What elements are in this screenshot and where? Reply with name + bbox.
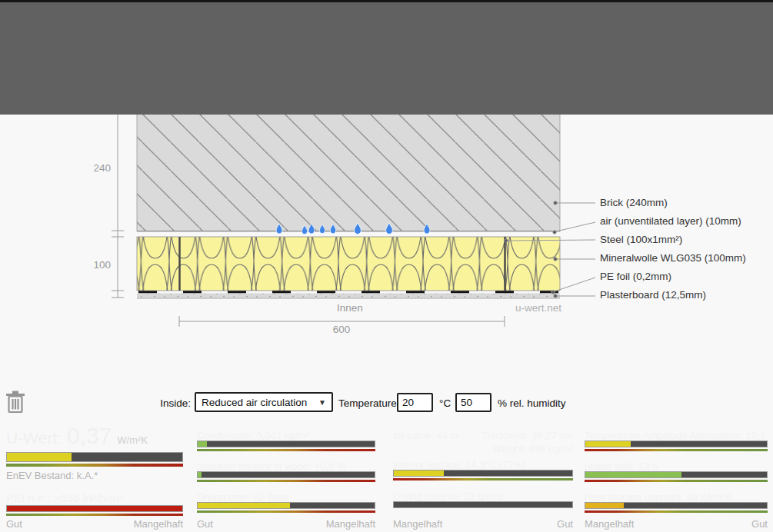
u-value-unit: W/m²K (117, 434, 148, 446)
phase-shift-meter-fill (585, 472, 681, 477)
scale-footer-col2: Gut Mangelhaft (197, 518, 375, 530)
pei-scale-strip (6, 514, 183, 516)
dim-label-insulation: 100 (83, 259, 111, 271)
heat-storage-value: Heat storage capacity: 43 kJ/m²K (585, 491, 731, 503)
amplitude-meter-fill (585, 441, 631, 447)
scale-bad-label: Mangelhaft (393, 518, 442, 530)
dim-label-brick: 240 (83, 162, 111, 174)
layer-label-plasterboard[interactable]: Plasterboard (12,5mm) (600, 290, 706, 301)
inside-humidity-input[interactable] (455, 393, 491, 412)
moisture-value: moisture content of wood: +0,0 % (197, 461, 345, 472)
trash-icon[interactable] (5, 390, 25, 414)
pei-value: PEI n.e.: >556 kWh/m² (6, 491, 122, 504)
amplitude-value: Temperature Amplitude Attenuation: 12,1 (585, 430, 765, 441)
thickness-value: Thickness: 36,27 cm (481, 430, 573, 441)
pei-meter (6, 505, 183, 512)
scale-footer-col1: Gut Mangelhaft (6, 518, 183, 530)
u-value-meter (6, 452, 183, 462)
plasterboard-layer[interactable] (137, 294, 560, 299)
moisture-meter (197, 471, 375, 478)
phase-shift-scale-strip (585, 480, 768, 482)
results-panel (0, 0, 773, 115)
drying-reserve-meter (393, 501, 573, 508)
weight-value: Weight: 496 kg/m² (393, 443, 573, 454)
amplitude-scale-strip (585, 449, 768, 451)
inside-temperature-unit: °C (439, 397, 451, 409)
inside-temperature-input[interactable] (397, 393, 433, 412)
drying-time-scale-strip (197, 510, 375, 513)
brick-layer[interactable] (137, 102, 560, 231)
dim-label-span: 600 (318, 324, 365, 335)
interior-surface-meter (393, 470, 573, 477)
u-value-number: 0,37 (67, 423, 112, 449)
interior-surface-value: Interior surface: 14,3°C (72%) (393, 459, 525, 470)
inside-temperature-label: Temperature: (338, 397, 400, 409)
interior-surface-meter-fill (394, 470, 444, 476)
layer-label-brick[interactable]: Brick (240mm) (600, 198, 668, 208)
scale-footer-col4: Mangelhaft Gut (585, 518, 768, 530)
u-value-scale-strip (6, 464, 183, 467)
scale-good-label: Gut (197, 518, 213, 530)
condensate-meter-fill (198, 441, 207, 447)
u-value-heading: U-Wert: 0,37 W/m²K (6, 423, 148, 449)
phase-shift-value: phase shift: 13 h (585, 461, 658, 472)
inside-side-label: Innen (312, 302, 388, 314)
scale-good-label: Gut (751, 518, 768, 530)
u-value-label: U-Wert: (6, 429, 62, 447)
enev-status: EnEV Bestand: k.A.* (6, 470, 98, 481)
scale-footer-col3: Mangelhaft Gut (393, 518, 573, 530)
layer-label-steel[interactable]: Steel (100x1mm²) (600, 234, 682, 245)
layer-label-air[interactable]: air (unventilated layer) (10mm) (600, 216, 741, 227)
scale-good-label: Gut (6, 518, 22, 530)
drying-time-value: Drying time: 52 Tage (197, 491, 288, 503)
drying-time-meter-fill (198, 503, 290, 508)
drying-time-meter (197, 502, 375, 509)
condensate-value: Condensate: 0,041 kg/m² (197, 430, 309, 441)
amplitude-meter (585, 441, 768, 447)
heat-storage-meter (585, 502, 768, 509)
inside-label: Inside: (132, 397, 191, 409)
scale-good-label: Gut (557, 518, 573, 530)
scale-bad-label: Mangelhaft (326, 518, 375, 530)
u-value-meter-fill (7, 453, 72, 461)
moisture-meter-fill (198, 472, 202, 477)
moisture-scale-strip (197, 480, 375, 482)
scale-bad-label: Mangelhaft (134, 518, 183, 530)
inside-condition-select[interactable]: Reduced air circulation ▼ (195, 392, 333, 412)
inside-humidity-label: % rel. humidity (498, 397, 566, 409)
layer-label-pe-foil[interactable]: PE foil (0,2mm) (600, 271, 671, 282)
chevron-down-icon: ▼ (318, 398, 326, 407)
condensate-meter (197, 441, 375, 447)
watermark: u-wert.net (498, 302, 561, 314)
inside-condition-value: Reduced air circulation (202, 397, 307, 408)
pei-meter-fill (7, 506, 182, 511)
condensate-scale-strip (197, 449, 375, 451)
layer-label-mineral-wool[interactable]: Mineralwolle WLG035 (100mm) (600, 253, 746, 264)
sd-value: sd-value: 44 m (393, 430, 458, 441)
interior-surface-scale-strip (393, 478, 573, 480)
u-value-calculator-app: Outside: Direct contact to outside air ▼… (0, 0, 773, 532)
scale-bad-label: Mangelhaft (585, 518, 634, 530)
vertical-dimension-line (112, 102, 124, 298)
insulation-layer[interactable] (137, 237, 560, 291)
heat-storage-scale-strip (585, 510, 768, 513)
phase-shift-meter (585, 471, 768, 478)
sd-thickness-row: sd-value: 44 m Thickness: 36,27 cm (393, 430, 573, 441)
drying-reserve-value: Drying reserve: 28 g/m²a (393, 490, 503, 502)
heat-storage-meter-fill (585, 503, 624, 508)
